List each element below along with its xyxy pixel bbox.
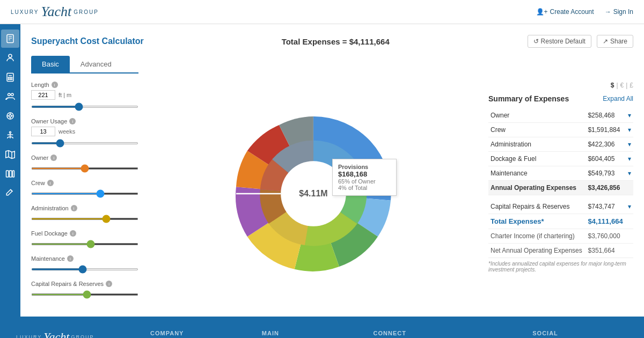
summary-title: Summary of Expenses — [488, 94, 569, 103]
svg-point-8 — [10, 77, 11, 78]
sidebar-item-map[interactable] — [1, 145, 19, 164]
currency-sep1: | — [616, 82, 618, 89]
owner-row-label: Owner — [488, 108, 586, 123]
crew-slider-row: Crew i — [31, 180, 138, 196]
summary-panel: $ | € | £ Summary of Expenses Expand All… — [488, 82, 633, 306]
svg-point-10 — [8, 79, 9, 80]
svg-rect-28 — [13, 171, 14, 177]
sidebar-item-books[interactable] — [1, 165, 19, 183]
chart-tooltip: Provisions $168,168 65% of Owner 4% of T… — [332, 159, 397, 196]
maintenance-slider-row: Maintenance i — [31, 255, 138, 272]
crew-info-icon[interactable]: i — [47, 180, 54, 186]
sidebar-item-person[interactable] — [1, 49, 19, 67]
owner-slider-row: Owner i — [31, 155, 138, 171]
owner-expand-icon[interactable]: ▾ — [628, 112, 631, 119]
dockage-row-label: Dockage & Fuel — [488, 152, 586, 166]
svg-rect-0 — [7, 35, 13, 43]
footer-logo: LUXURY Yacht GROUP — [16, 330, 134, 338]
admin-slider-row: Administration i — [31, 205, 138, 222]
restore-default-button[interactable]: ↺ Restore Default — [528, 35, 591, 48]
svg-point-14 — [11, 93, 14, 96]
charter-income-label: Charter Income (if chartering) — [488, 229, 586, 244]
capital-info-icon[interactable]: i — [106, 281, 112, 287]
fuel-info-icon[interactable]: i — [70, 230, 76, 237]
length-slider[interactable] — [31, 106, 138, 108]
sliders-panel: Length i ft | m Owner Usage i — [31, 82, 138, 306]
sidebar-item-calculator[interactable] — [1, 68, 19, 86]
tab-basic[interactable]: Basic — [31, 56, 70, 72]
content-header: Superyacht Cost Calculator Total Expense… — [31, 35, 633, 48]
net-expenses-value: $351,664 — [586, 244, 626, 258]
sidebar-item-crew[interactable] — [1, 87, 19, 106]
table-row: Dockage & Fuel $604,405 ▾ — [488, 152, 633, 166]
currency-toggle: $ | € | £ — [488, 82, 633, 89]
owner-slider[interactable] — [31, 167, 138, 170]
expand-all-button[interactable]: Expand All — [603, 95, 633, 102]
fuel-slider-row: Fuel Dockage i — [31, 230, 138, 247]
tooltip-line2: 4% of Total — [338, 185, 391, 191]
capital-row-label: Capital Repairs & Reserves — [488, 200, 586, 214]
currency-gbp[interactable]: £ — [630, 82, 633, 89]
tooltip-amount: $168,168 — [338, 170, 391, 178]
admin-expand-icon[interactable]: ▾ — [628, 141, 631, 148]
owner-usage-label: Owner Usage — [31, 118, 67, 124]
crew-label: Crew — [31, 180, 45, 186]
length-value-input[interactable] — [31, 90, 55, 100]
maintenance-slider[interactable] — [31, 268, 138, 270]
admin-info-icon[interactable]: i — [71, 205, 77, 211]
crew-slider[interactable] — [31, 193, 138, 195]
share-icon: ↗ — [603, 38, 608, 45]
length-unit: ft | m — [58, 92, 71, 98]
owner-usage-info-icon[interactable]: i — [69, 118, 76, 124]
footer-social-title: SOCIAL — [532, 330, 628, 336]
summary-note: *Includes annualized capital expenses fo… — [488, 261, 633, 273]
svg-point-16 — [9, 115, 12, 117]
annual-ops-row-value: $3,426,856 — [586, 181, 625, 195]
sidebar — [0, 24, 20, 317]
tab-advanced[interactable]: Advanced — [70, 56, 122, 72]
share-button[interactable]: ↗ Share — [597, 35, 633, 48]
maintenance-row-value: $549,793 — [586, 166, 625, 181]
admin-label: Administration — [31, 205, 69, 211]
sidebar-item-helm[interactable] — [1, 107, 19, 125]
currency-eur[interactable]: € — [620, 82, 624, 89]
svg-rect-26 — [6, 171, 9, 177]
footer-brand: LUXURY Yacht GROUP "Luxury Yacht Group p… — [16, 330, 134, 338]
admin-row-label: Administration — [488, 137, 586, 152]
sidebar-item-documents[interactable] — [1, 30, 19, 48]
logo-yacht: Yacht — [41, 4, 71, 20]
owner-usage-slider[interactable] — [31, 142, 138, 144]
capital-row-value: $743,747 — [586, 200, 626, 214]
svg-point-9 — [11, 77, 12, 78]
capital-slider[interactable] — [31, 293, 138, 296]
footer-logo-yacht: Yacht — [43, 330, 69, 338]
footer-main-col: MAIN Sales Charter Management Crew — [262, 330, 357, 338]
fuel-label: Fuel Dockage — [31, 230, 68, 237]
dockage-expand-icon[interactable]: ▾ — [628, 155, 631, 163]
capital-expand-icon[interactable]: ▾ — [628, 203, 631, 210]
footer: LUXURY Yacht GROUP "Luxury Yacht Group p… — [0, 317, 644, 338]
crew-row-value: $1,591,884 — [586, 123, 625, 137]
admin-slider[interactable] — [31, 218, 138, 220]
sidebar-item-anchor[interactable] — [1, 126, 19, 144]
sign-in-button[interactable]: → Sign In — [605, 8, 633, 16]
header: LUXURY Yacht GROUP 👤+ Create Account → S… — [0, 0, 644, 24]
owner-usage-value-input[interactable] — [31, 127, 55, 136]
total-expenses-row: Total Expenses* $4,111,664 — [488, 214, 633, 229]
maintenance-info-icon[interactable]: i — [67, 255, 74, 262]
capital-label: Capital Repairs & Reserves — [31, 281, 104, 287]
svg-marker-23 — [6, 151, 15, 159]
annual-ops-row-label: Annual Operating Expenses — [488, 181, 586, 195]
crew-expand-icon[interactable]: ▾ — [628, 126, 631, 134]
owner-info-icon[interactable]: i — [50, 155, 57, 161]
maintenance-expand-icon[interactable]: ▾ — [628, 170, 631, 177]
create-account-button[interactable]: 👤+ Create Account — [536, 8, 594, 16]
fuel-slider[interactable] — [31, 243, 138, 245]
owner-label: Owner — [31, 155, 48, 161]
tabs: Basic Advanced — [31, 56, 138, 74]
length-info-icon[interactable]: i — [52, 82, 58, 88]
footer-logo-luxury: LUXURY — [16, 334, 42, 338]
table-row: Administration $422,306 ▾ — [488, 137, 633, 152]
sidebar-item-edit[interactable] — [1, 184, 19, 202]
currency-usd[interactable]: $ — [611, 82, 614, 89]
